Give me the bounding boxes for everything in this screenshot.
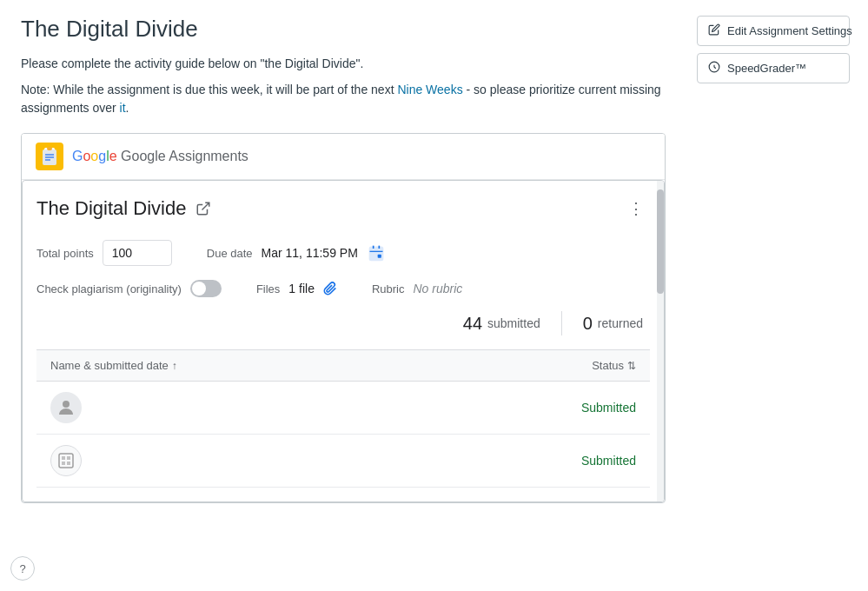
returned-stat: 0 returned [583,314,643,334]
speedgrader-icon [708,61,720,76]
svg-rect-9 [369,247,382,260]
scrollbar-track[interactable] [657,181,664,501]
edit-assignment-settings-button[interactable]: Edit Assignment Settings [697,16,850,46]
total-points-label: Total points [36,247,94,260]
table-row[interactable]: Submitted [36,382,650,435]
due-date-group: Due date Mar 11, 11:59 PM [207,243,386,262]
svg-rect-7 [47,147,52,150]
points-input[interactable] [103,240,172,266]
google-assignments-icon [36,143,63,170]
table-header: Name & submitted date ↑ Status ⇅ [36,349,650,382]
due-date-label: Due date [207,247,253,260]
files-label: Files [256,282,280,296]
description-text: Please complete the activity guide below… [21,56,666,70]
svg-rect-19 [67,462,70,465]
files-group: Files 1 file [256,282,337,296]
submitted-count: 44 [463,314,482,334]
svg-rect-16 [62,456,65,460]
svg-rect-17 [67,456,70,460]
submitted-stat: 44 submitted [463,314,540,334]
rubric-label: Rubric [372,282,405,296]
plagiarism-group: Check plagiarism (originality) [36,280,222,297]
fields-row-1: Total points Due date Mar 11, 11:59 PM [36,240,650,266]
rubric-value: No rubric [414,282,463,296]
plagiarism-toggle[interactable] [190,280,222,297]
paperclip-icon[interactable] [323,282,337,296]
returned-label: returned [598,316,643,330]
note-text: Note: While the assignment is due this w… [21,81,666,117]
sort-asc-icon: ↑ [172,360,177,372]
table-col-status[interactable]: Status ⇅ [592,359,636,372]
panel-title-row: The Digital Divide ⋮ [36,195,650,222]
svg-rect-18 [62,462,65,465]
it-link[interactable]: it [120,101,126,115]
google-header: Google Google Assignments [22,134,665,180]
google-assignments-panel: Google Google Assignments The Digital Di… [21,133,666,503]
scrollbar-thumb[interactable] [657,189,664,294]
returned-count: 0 [583,314,593,334]
due-date-value: Mar 11, 11:59 PM [262,246,358,260]
google-assignments-label: Google Google Assignments [72,149,248,164]
svg-rect-15 [59,454,73,468]
sort-both-icon: ⇅ [627,360,636,372]
rubric-group: Rubric No rubric [372,282,462,296]
speedgrader-button[interactable]: SpeedGrader™ [697,53,850,83]
three-dot-menu[interactable]: ⋮ [622,195,650,222]
external-link-icon[interactable] [195,200,212,217]
panel-assignment-title: The Digital Divide [36,197,212,220]
sidebar: Edit Assignment Settings SpeedGrader™ [686,0,860,591]
calendar-icon[interactable] [367,243,386,262]
fields-row-2: Check plagiarism (originality) Files 1 f… [36,280,650,297]
stat-divider [561,311,562,335]
total-points-group: Total points [36,240,172,266]
svg-line-8 [202,203,209,209]
nine-weeks-link[interactable]: Nine Weeks [397,83,462,96]
table-col-name[interactable]: Name & submitted date ↑ [50,359,177,372]
pencil-icon [708,23,720,38]
submitted-label: submitted [487,316,540,330]
svg-rect-13 [377,255,381,258]
status-badge: Submitted [581,454,636,468]
help-button[interactable]: ? [10,556,35,581]
table-row[interactable]: Submitted [36,435,650,488]
avatar [50,392,82,423]
files-value: 1 file [288,282,315,296]
plagiarism-label: Check plagiarism (originality) [36,282,182,296]
page-title: The Digital Divide [21,16,666,43]
status-badge: Submitted [581,401,636,415]
avatar [50,445,82,476]
google-assignments-inner: The Digital Divide ⋮ [22,180,665,502]
svg-point-14 [63,401,70,408]
stats-row: 44 submitted 0 returned [36,311,650,335]
